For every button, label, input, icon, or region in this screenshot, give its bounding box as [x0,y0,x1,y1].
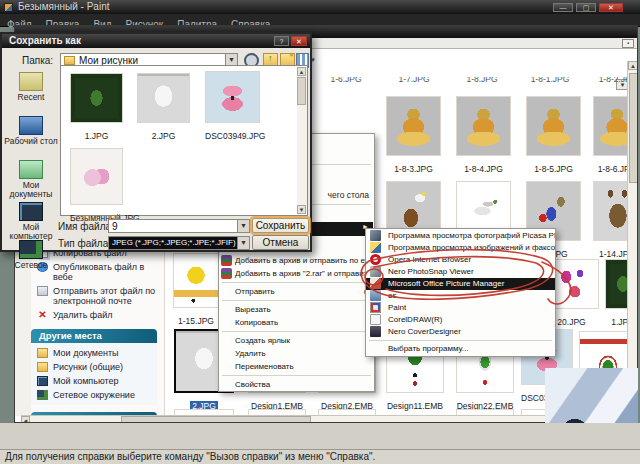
es-icon [370,290,381,301]
coreldraw-icon [370,314,381,325]
cancel-button[interactable]: Отмена [252,235,309,250]
menu-item-label: Вырезать [235,305,271,314]
menu-item-label: Свойства [235,380,270,389]
vertical-scrollbar[interactable]: ▲ ▼ [627,61,638,415]
context-menu-item[interactable]: Вырезать [219,303,374,316]
file-thumbnail[interactable]: 2.JPG [137,73,190,123]
thumbnail-image [137,73,190,123]
context-menu-item[interactable]: Добавить в архив "2.rar" и отправить по … [219,267,374,280]
save-button[interactable]: Сохранить [252,218,309,233]
maximize-button[interactable]: ▢ [576,3,596,12]
file-list-scrollbar[interactable]: ▲ ▼ [297,67,307,214]
horizontal-scrollbar[interactable]: ◄ ► [21,415,627,423]
explorer-toolbar-button[interactable]: ▪ [622,39,634,48]
open-with-item[interactable]: Nero PhotoSnap Viewer [366,266,555,278]
task-item-label: Удалить файл [53,310,113,320]
thumbnail-image [386,96,441,156]
scrollbar-thumb[interactable] [629,73,638,183]
sidebar-place-4[interactable]: Сетевое [4,240,58,270]
dialog-help-button[interactable]: ? [274,36,289,46]
place-item[interactable]: Рисунки (общие) [31,360,157,374]
network-icon [19,240,43,259]
place-item-label: Рисунки (общие) [53,362,123,372]
thumbnail-image [205,71,260,123]
documents-icon [19,160,43,179]
task-item[interactable]: ✕Удалить файл [31,308,164,322]
clipped-file-label: 1-8-1.JPG [525,77,575,85]
paint-window-title: Безымянный - Paint [18,0,109,14]
file-thumbnail[interactable]: Безымянный.JPG [70,148,123,205]
open-with-item[interactable]: Программа просмотра изображений и факсов [366,242,555,254]
clipped-file-label: 1-6.JPG [321,77,371,85]
context-menu-item[interactable]: Переименовать [219,360,374,373]
file-thumbnail[interactable]: 1-8-4.JPG [456,96,511,156]
file-thumbnail[interactable]: DSC03949.JPG [205,71,260,123]
context-menu-item[interactable]: Отправить► [219,285,374,298]
open-with-item[interactable]: Paint [366,302,555,314]
file-thumbnail[interactable]: 1-8-5.JPG [526,96,581,156]
scrollbar-thumb[interactable] [121,416,311,423]
open-with-item[interactable]: Microsoft Office Picture Manager [366,278,555,290]
other-places-header[interactable]: Другие места [31,329,157,343]
save-as-dialog: Сохранить как ? ✕ Папка: Мои рисунки ▼ ▼… [0,32,312,252]
place-item[interactable]: Сетевое окружение [31,388,157,402]
scroll-up-arrow[interactable]: ▲ [628,61,638,70]
clipped-file-label-text: 1-7.JPG [389,77,439,84]
chevron-down-icon[interactable]: ▼ [237,237,249,249]
paint-title-bar: Безымянный - Paint [0,0,640,14]
menu-item-label: Отправить [235,287,275,296]
menu-item-label: Удалить [235,349,266,358]
folder-icon [37,362,48,372]
nero-photosnap-icon [370,266,381,277]
place-item[interactable]: Мои документы [31,346,157,360]
menu-item-label: Paint [388,303,406,312]
sidebar-place-1[interactable]: Рабочий стол [4,116,58,146]
paint-color-palette [0,423,640,449]
file-thumbnail[interactable]: 1.JPG [70,73,123,123]
folder-icon [64,56,75,65]
file-thumbnail[interactable]: 1-15.JPG [173,253,219,308]
file-thumbnail[interactable]: 1-8-3.JPG [386,96,441,156]
opera-icon [370,254,381,265]
close-button[interactable]: ✕ [599,3,623,12]
open-with-item[interactable]: Выбрать программу... [366,343,555,355]
task-item[interactable]: Отправить этот файл по электронной почте [31,284,164,308]
menu-item-label: Программа просмотра изображений и факсов [388,243,555,252]
context-menu-item[interactable]: Добавить в архив и отправить по e-mail..… [219,254,374,267]
menu-item-label: Выбрать программу... [388,344,468,353]
chevron-down-icon[interactable]: ▼ [237,220,249,232]
sidebar-place-0[interactable]: Recent [4,72,58,102]
context-menu-item[interactable]: Копировать [219,316,374,329]
computer-icon [19,202,43,221]
open-with-item[interactable]: Nero CoverDesigner [366,326,555,338]
sidebar-place-3[interactable]: Мой компьютер [4,202,58,241]
filetype-label: Тип файла: [58,238,111,249]
menu-item-label: Opera Internet Browser [388,255,471,264]
open-with-submenu: Программа просмотра фотографий Picasa Ph… [365,228,556,357]
minimize-button[interactable]: — [553,3,573,12]
picasa-icon [370,230,381,241]
open-with-item[interactable]: es [366,290,555,302]
scroll-left-arrow[interactable]: ◄ [21,416,30,423]
open-with-item[interactable]: CorelDRAW(R) [366,314,555,326]
sidebar-place-2[interactable]: Мои документы [4,160,58,199]
open-with-item[interactable]: Программа просмотра фотографий Picasa Ph… [366,230,555,242]
dialog-close-button[interactable]: ✕ [291,36,307,46]
task-item-label: Отправить этот файл по электронной почте [53,286,155,306]
scrollbar-thumb[interactable] [297,77,306,105]
computer-icon [37,376,48,386]
place-item[interactable]: Мой компьютер [31,374,157,388]
context-menu-item[interactable]: Удалить [219,347,374,360]
filename-input[interactable]: 9 ▼ [108,219,250,233]
scroll-up-arrow[interactable]: ▲ [297,67,306,76]
thumbnail-image [70,148,123,205]
scroll-down-arrow[interactable]: ▼ [297,205,306,214]
context-menu-item[interactable]: Свойства [219,378,374,391]
context-menu-item[interactable]: Создать ярлык [219,334,374,347]
menu-item-label: Nero PhotoSnap Viewer [388,267,474,276]
place-label: Рабочий стол [4,137,58,146]
open-with-item[interactable]: Opera Internet Browser [366,254,555,266]
filetype-combobox[interactable]: JPEG (*.JPG;*.JPEG;*.JPE;*.JFIF) ▼ [108,236,250,250]
chevron-down-icon[interactable]: ▼ [310,57,316,63]
thumbnail-image [526,96,581,156]
